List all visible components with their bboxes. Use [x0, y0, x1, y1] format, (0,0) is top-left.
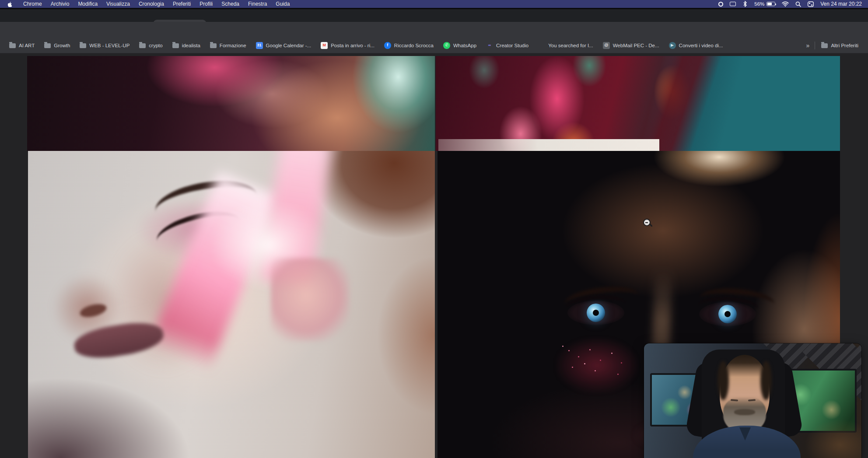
chrome-tab-bar: (2762) Discord | @Midjourney ✕ MRregista…	[0, 9, 868, 22]
bookmark-favicon	[80, 43, 86, 48]
bookmark-item[interactable]: 31 Google Calendar -...	[251, 42, 316, 49]
grid-white-gap	[438, 139, 659, 151]
menu-item[interactable]: Modifica	[74, 1, 102, 7]
bookmark-item[interactable]: crypto	[134, 42, 167, 48]
ear	[271, 258, 350, 341]
bookmark-item[interactable]: @ WebMail PEC - De...	[598, 42, 664, 49]
display-icon[interactable]	[730, 2, 736, 6]
bookmark-item[interactable]: AI ART	[4, 42, 39, 48]
abstract-red-band	[624, 56, 724, 151]
menu-item[interactable]: Profili	[195, 1, 217, 7]
bookmark-item[interactable]: ✆ WhatsApp	[438, 42, 481, 49]
menu-item[interactable]: Scheda	[217, 1, 244, 7]
favicon-glyph: 31	[257, 43, 262, 47]
bookmark-label: Growth	[54, 43, 70, 48]
bookmark-favicon	[139, 43, 146, 48]
bookmark-favicon: M	[321, 42, 328, 49]
favicon-glyph: f	[387, 43, 388, 47]
glitter-sparkles	[562, 346, 564, 347]
control-center-icon[interactable]	[808, 1, 814, 7]
bookmark-label: Posta in arrivo - ri...	[331, 43, 374, 48]
bookmark-favicon	[538, 42, 545, 49]
apple-menu-icon[interactable]	[7, 1, 13, 7]
bookmark-label: Creator Studio	[496, 43, 528, 48]
bookmarks-overflow-chevron[interactable]: »	[806, 42, 810, 49]
battery-percent: 56%	[754, 1, 764, 7]
bookmark-label: Google Calendar -...	[266, 43, 312, 48]
menu-item[interactable]: Visualizza	[102, 1, 134, 7]
bookmark-item[interactable]: WEB - LEVEL-UP	[75, 42, 134, 48]
bookmark-item[interactable]: idealista	[168, 42, 205, 48]
webcam-overlay	[644, 343, 861, 458]
warm-light-glow	[805, 419, 861, 458]
zoom-out-cursor-icon	[643, 219, 651, 226]
grid-image-top-left	[27, 56, 435, 151]
menu-bar-clock[interactable]: Ven 24 mar 20:22	[820, 1, 862, 7]
bookmark-item[interactable]: ▶ Converti i video di...	[664, 42, 728, 49]
menu-item[interactable]: Archivio	[46, 1, 74, 7]
bookmark-label: Riccardo Scrocca	[394, 43, 434, 48]
bookmark-label: idealista	[182, 43, 200, 48]
presenter-hair	[718, 361, 729, 400]
macos-menu-bar: ChromeArchivioModificaVisualizzaCronolog…	[0, 0, 868, 8]
bookmark-favicon: ▶	[669, 42, 676, 49]
bookmarks-bar-right: » Altri Preferiti	[806, 42, 859, 49]
bookmark-item[interactable]: Growth	[39, 42, 75, 48]
favicon-glyph: ▶	[671, 43, 674, 47]
bookmark-favicon	[9, 43, 16, 48]
bookmark-favicon: ∞	[486, 42, 493, 49]
menu-item[interactable]: Finestra	[244, 1, 271, 7]
bookmark-items: AI ART Growth WEB - LEVEL-UP crypto	[4, 42, 728, 49]
spotlight-search-icon[interactable]	[795, 1, 801, 7]
bookmark-favicon	[210, 43, 217, 48]
battery-indicator[interactable]: 56%	[754, 1, 775, 7]
presenter-hair	[760, 361, 772, 400]
bookmark-favicon: @	[603, 42, 610, 49]
menu-item[interactable]: Chrome	[19, 1, 46, 7]
folder-icon	[821, 43, 828, 48]
bookmark-item[interactable]: Formazione	[205, 42, 251, 48]
bookmark-label: WhatsApp	[453, 43, 476, 48]
bookmark-label: WEB - LEVEL-UP	[89, 43, 130, 48]
record-ring-icon[interactable]	[718, 2, 723, 7]
wifi-icon[interactable]	[782, 1, 789, 7]
bookmark-label: AI ART	[19, 43, 35, 48]
bookmark-favicon	[44, 43, 51, 48]
bookmarks-bar: AI ART Growth WEB - LEVEL-UP crypto	[0, 38, 868, 53]
favicon-glyph: ∞	[488, 43, 491, 47]
favicon-glyph: @	[604, 43, 608, 47]
bookmark-favicon: f	[384, 42, 391, 49]
bookmark-label: Formazione	[220, 43, 246, 48]
grid-image-bottom-left-portrait	[28, 151, 435, 458]
bluetooth-icon[interactable]	[742, 1, 748, 7]
battery-icon	[766, 2, 775, 6]
other-bookmarks-label: Altri Preferiti	[831, 43, 858, 48]
menu-item[interactable]: Cronologia	[134, 1, 168, 7]
bookmark-favicon	[172, 43, 179, 48]
chrome-toolbar: cdn.discordapp.com/attachments/101351233…	[0, 22, 868, 38]
menu-item[interactable]: Guida	[271, 1, 294, 7]
bookmark-item[interactable]: M Posta in arrivo - ri...	[316, 42, 379, 49]
bookmark-item[interactable]: ∞ Creator Studio	[481, 42, 533, 49]
menu-bar-status-area: 56% Ven 24 mar 20:22	[718, 1, 862, 7]
favicon-glyph: M	[322, 43, 326, 47]
bookmarks-divider	[815, 42, 815, 49]
menu-item[interactable]: Preferiti	[168, 1, 195, 7]
bookmark-label: WebMail PEC - De...	[613, 43, 659, 48]
bookmark-label: You searched for I...	[548, 43, 593, 48]
bookmark-label: crypto	[149, 43, 162, 48]
favicon-glyph: ✆	[445, 43, 448, 47]
menu-items: ChromeArchivioModificaVisualizzaCronolog…	[19, 1, 294, 7]
glitter-patch	[556, 338, 637, 393]
bookmark-item[interactable]: You searched for I...	[533, 42, 598, 49]
bookmark-favicon: 31	[256, 42, 263, 49]
bookmark-favicon: ✆	[443, 42, 450, 49]
bookmark-item[interactable]: f Riccardo Scrocca	[379, 42, 438, 49]
grid-image-top-right	[436, 56, 840, 151]
presenter-mustache	[734, 409, 755, 415]
screen: ChromeArchivioModificaVisualizzaCronolog…	[0, 0, 868, 458]
bookmark-label: Converti i video di...	[679, 43, 723, 48]
other-bookmarks-button[interactable]: Altri Preferiti	[820, 42, 859, 48]
